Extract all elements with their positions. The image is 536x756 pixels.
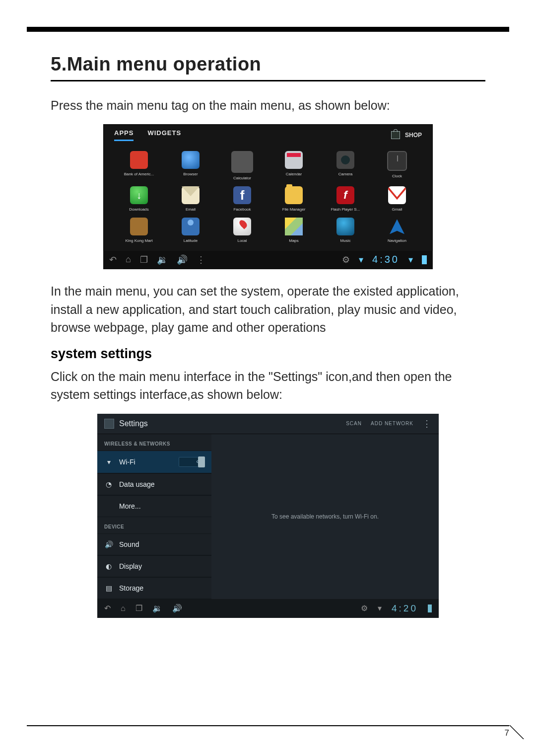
sidebar-item-label: Display	[119, 562, 142, 570]
volume-up-icon[interactable]: 🔊	[172, 604, 182, 613]
sidebar-item-more[interactable]: More...	[97, 495, 211, 517]
settings-header: Settings SCAN ADD NETWORK ⋮	[97, 414, 439, 434]
clock-time: 4:20	[392, 603, 418, 614]
volume-down-icon[interactable]: 🔉	[152, 604, 162, 613]
app-label: Facebook	[233, 207, 251, 212]
sidebar-item-display[interactable]: ◐ Display	[97, 555, 211, 577]
calendar-icon	[285, 151, 303, 169]
drawer-header: APPS WIDGETS SHOP	[103, 124, 433, 146]
sidebar-item-storage[interactable]: ▤ Storage	[97, 577, 211, 599]
description-paragraph: In the main menu, you can set the system…	[51, 282, 485, 336]
shop-icon	[391, 131, 400, 139]
sidebar-item-wifi[interactable]: ▾ Wi-Fi ON	[97, 451, 211, 473]
shop-label: SHOP	[405, 132, 422, 139]
latitude-icon	[182, 218, 200, 235]
category-wireless: WIRELESS & NETWORKS	[97, 434, 211, 451]
app-label: Flash Player S...	[331, 207, 360, 212]
subsection-heading: system settings	[51, 346, 485, 362]
app-king-kong-mart[interactable]: King Kong Mart	[113, 216, 165, 245]
home-icon[interactable]: ⌂	[121, 604, 126, 613]
volume-down-icon[interactable]: 🔉	[157, 254, 168, 265]
flash-icon: f	[336, 186, 354, 204]
wifi-icon: ▾	[104, 457, 113, 466]
app-file-manager[interactable]: File Manager	[268, 184, 320, 214]
app-music[interactable]: Music	[320, 216, 371, 245]
wifi-signal-icon: ▾	[408, 254, 413, 265]
browser-icon	[182, 151, 200, 169]
app-calendar[interactable]: Calendar	[268, 149, 320, 182]
app-navigation[interactable]: Navigation	[371, 216, 423, 245]
app-facebook[interactable]: fFacebook	[216, 184, 268, 214]
app-maps[interactable]: Maps	[268, 216, 320, 245]
toggle-label: ON	[197, 459, 202, 464]
heading-rule	[51, 80, 485, 81]
wifi-toggle[interactable]: ON	[179, 457, 204, 467]
app-flash-player[interactable]: fFlash Player S...	[320, 184, 371, 214]
settings-gear-icon[interactable]: ⚙	[342, 254, 350, 265]
app-browser[interactable]: Browser	[165, 149, 216, 182]
app-calculator[interactable]: Calculator	[216, 149, 268, 182]
sidebar-item-data-usage[interactable]: ◔ Data usage	[97, 473, 211, 495]
settings-actions: SCAN ADD NETWORK ⋮	[346, 421, 432, 426]
overflow-menu-icon[interactable]: ⋮	[422, 421, 432, 426]
home-icon[interactable]: ⌂	[126, 254, 131, 265]
calculator-icon	[231, 151, 253, 173]
app-label: Calculator	[233, 176, 251, 180]
sidebar-item-label: Data usage	[119, 480, 155, 488]
system-nav-bar: ↶ ⌂ ❐ 🔉 🔊 ⋮ ⚙ ▾ 4:30 ▾	[103, 251, 433, 269]
bank-icon	[130, 151, 148, 169]
app-label: Downloads	[129, 207, 149, 212]
app-clock[interactable]: Clock	[371, 149, 423, 182]
app-label: Browser	[183, 172, 198, 176]
back-icon[interactable]: ↶	[104, 604, 111, 613]
battery-icon	[422, 255, 427, 264]
settings-gear-icon[interactable]: ⚙	[361, 604, 368, 613]
screenshot-app-drawer: APPS WIDGETS SHOP Bank of Americ... Brow…	[103, 124, 433, 269]
settings-title: Settings	[104, 419, 148, 429]
footer-slash	[495, 725, 524, 739]
downloads-icon	[130, 186, 148, 204]
section-heading: 5.Main menu operation	[51, 54, 485, 75]
app-email[interactable]: Email	[165, 184, 216, 214]
app-camera[interactable]: Camera	[320, 149, 371, 182]
app-label: Calendar	[286, 172, 302, 176]
app-label: Clock	[392, 174, 402, 178]
app-label: Music	[340, 238, 351, 243]
app-latitude[interactable]: Latitude	[165, 216, 216, 245]
app-label: Local	[237, 238, 247, 243]
shop-button[interactable]: SHOP	[391, 131, 422, 139]
recents-icon[interactable]: ❐	[135, 604, 142, 613]
recents-icon[interactable]: ❐	[140, 254, 148, 265]
app-label: Gmail	[392, 207, 402, 212]
app-gmail[interactable]: Gmail	[371, 184, 423, 214]
top-rule	[27, 27, 509, 32]
sidebar-item-sound[interactable]: 🔊 Sound	[97, 533, 211, 555]
app-label: Email	[186, 207, 196, 212]
facebook-icon: f	[233, 186, 251, 204]
back-icon[interactable]: ↶	[109, 254, 117, 265]
menu-dots-icon[interactable]: ⋮	[197, 254, 205, 265]
gmail-icon	[388, 186, 406, 204]
app-label: Camera	[338, 172, 352, 176]
app-label: Bank of Americ...	[124, 172, 154, 176]
clock-time: 4:30	[372, 254, 400, 265]
sidebar-item-label: Wi-Fi	[119, 458, 135, 466]
app-label: Navigation	[388, 238, 406, 243]
scan-button[interactable]: SCAN	[346, 421, 362, 426]
wifi-status-icon: ▾	[359, 254, 363, 265]
email-icon	[182, 186, 200, 204]
page-content: 5.Main menu operation Press the main men…	[27, 54, 509, 618]
blank-icon	[104, 502, 113, 511]
clock-icon	[387, 151, 407, 171]
system-nav-bar: ↶ ⌂ ❐ 🔉 🔊 ⚙ ▾ 4:20	[97, 599, 439, 618]
app-local[interactable]: Local	[216, 216, 268, 245]
app-bank-of-america[interactable]: Bank of Americ...	[113, 149, 165, 182]
volume-up-icon[interactable]: 🔊	[177, 254, 188, 265]
add-network-button[interactable]: ADD NETWORK	[371, 421, 413, 426]
tab-widgets[interactable]: WIDGETS	[147, 129, 181, 141]
app-grid: Bank of Americ... Browser Calculator Cal…	[103, 146, 433, 251]
drawer-tabs: APPS WIDGETS	[114, 129, 181, 141]
screenshot-settings: Settings SCAN ADD NETWORK ⋮ WIRELESS & N…	[97, 414, 439, 618]
tab-apps[interactable]: APPS	[114, 129, 134, 141]
app-downloads[interactable]: Downloads	[113, 184, 165, 214]
